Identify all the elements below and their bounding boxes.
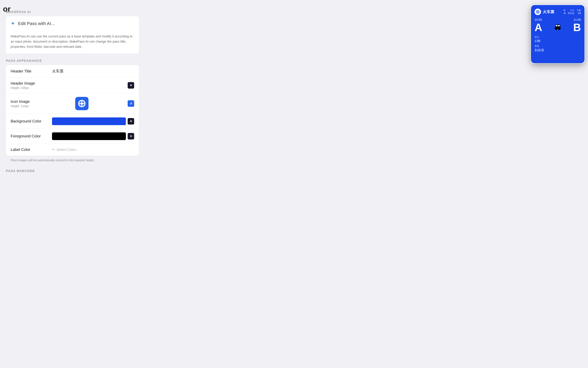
pass-appearance-footer-note: Pass images will be automatically resize… [6, 156, 139, 165]
header-image-remove-button[interactable]: ✕ [128, 82, 134, 89]
ai-section-card: ✦ Edit Pass with AI... MakePass AI can u… [6, 16, 139, 54]
pass-meta: 检 A 车次 G111 车厢 03 [563, 9, 581, 15]
pass-station-from: A [535, 22, 542, 33]
icon-image-preview [75, 97, 88, 110]
pass-card-wrapper: 火车票 检 A 车次 G111 车厢 [530, 4, 585, 64]
pencil-icon: ✏ [52, 148, 55, 152]
background-color-row: Background Color ✕ [6, 114, 139, 129]
header-title-value[interactable]: 火车票 [52, 69, 134, 74]
pass-seat-section: 座位 13B [535, 36, 581, 43]
pass-card-preview: 火车票 检 A 车次 G111 车厢 [531, 5, 584, 63]
pass-meta-carriage: 车厢 03 [577, 9, 581, 15]
header-title-row: Header Title 火车票 [6, 65, 139, 77]
pass-meta-check-value: A [563, 12, 566, 15]
label-color-picker[interactable]: ✏ Select Color... [52, 148, 134, 152]
pass-appearance-card: Header Title 火车票 Header Image Height: 10… [6, 65, 139, 156]
header-image-info: Header Image Height: 105px [11, 81, 35, 90]
pass-stations: A [535, 22, 581, 33]
pass-passenger-section: 乘客 刘亦菲 [535, 45, 581, 53]
background-color-container: ✕ [52, 118, 134, 125]
pass-meta-carriage-label: 车厢 [577, 9, 581, 12]
icon-image-refresh-button[interactable]: ↺ [128, 100, 134, 107]
makepass-ai-section-header: MAKEPASS AI [6, 6, 139, 16]
pass-header-left: 火车票 [535, 9, 554, 15]
pass-departure-time: 10:00 [535, 18, 542, 21]
pass-meta-carriage-value: 03 [577, 12, 581, 15]
pass-arrival-time: 11:00 [573, 18, 581, 21]
pass-logo-icon [536, 10, 540, 14]
pass-passenger-value: 刘亦菲 [535, 48, 581, 53]
pass-meta-check-label: 检 [563, 9, 566, 12]
foreground-color-container: ✕ [52, 132, 134, 140]
pass-header: 火车票 检 A 车次 G111 车厢 [535, 9, 581, 15]
icon-image-subtitle: Height: 114px [11, 104, 30, 108]
header-image-subtitle: Height: 105px [11, 86, 35, 90]
foreground-color-swatch[interactable] [52, 132, 126, 140]
pass-logo [535, 9, 541, 15]
pass-meta-train: 车次 G111 [568, 9, 574, 15]
icon-image-preview-container [30, 97, 134, 110]
background-color-remove-button[interactable]: ✕ [128, 118, 134, 125]
header-title-label: Header Title [11, 69, 52, 74]
ai-sparkle-icon: ✦ [11, 20, 15, 27]
pass-card-title: 火车票 [543, 9, 554, 15]
app-title: or [3, 4, 11, 13]
header-image-top: Header Image Height: 105px ✕ [11, 81, 127, 90]
train-station-icon [77, 99, 86, 108]
header-image-label: Header Image [11, 81, 35, 86]
pass-card-bg: 火车票 检 A 车次 G111 车厢 [530, 4, 585, 64]
header-image-row: Header Image Height: 105px ✕ [6, 77, 139, 93]
label-color-label: Label Color [11, 147, 52, 152]
ai-button-label: Edit Pass with AI... [18, 21, 55, 26]
icon-image-row: Icon Image Height: 114px [6, 93, 139, 114]
icon-image-info: Icon Image Height: 114px [11, 99, 30, 108]
foreground-color-remove-button[interactable]: ✕ [128, 133, 134, 139]
background-color-label: Background Color [11, 119, 52, 123]
background-color-swatch[interactable] [52, 118, 126, 125]
foreground-color-row: Foreground Color ✕ [6, 129, 139, 144]
pass-meta-train-value: G111 [568, 12, 574, 15]
pass-appearance-section-header: PASS APPEARANCE [6, 55, 139, 65]
foreground-color-label: Foreground Color [11, 134, 52, 138]
pass-seat-value: 13B [535, 39, 581, 43]
pass-passenger-label: 乘客 [535, 45, 581, 48]
pass-seat-label: 座位 [535, 36, 581, 39]
svg-rect-9 [556, 25, 557, 26]
pass-times: 10:00 11:00 [535, 18, 581, 21]
select-color-text[interactable]: Select Color... [56, 148, 79, 152]
edit-with-ai-button[interactable]: ✦ Edit Pass with AI... [6, 16, 139, 31]
svg-rect-10 [558, 25, 560, 26]
pass-station-to: B [573, 22, 581, 33]
pass-meta-check: 检 A [563, 9, 566, 15]
pass-train-icon [554, 24, 562, 31]
svg-rect-14 [554, 28, 561, 29]
right-panel: 火车票 检 A 车次 G111 车厢 [145, 3, 201, 368]
pass-barcode-section-header: PASS BARCODE [6, 165, 139, 173]
label-color-row: Label Color ✏ Select Color... [6, 144, 139, 156]
pass-train-icon-center [554, 24, 562, 31]
pass-meta-train-label: 车次 [568, 9, 574, 12]
ai-description-text: MakePass AI can use the current pass as … [6, 31, 139, 54]
icon-image-label: Icon Image [11, 99, 30, 104]
